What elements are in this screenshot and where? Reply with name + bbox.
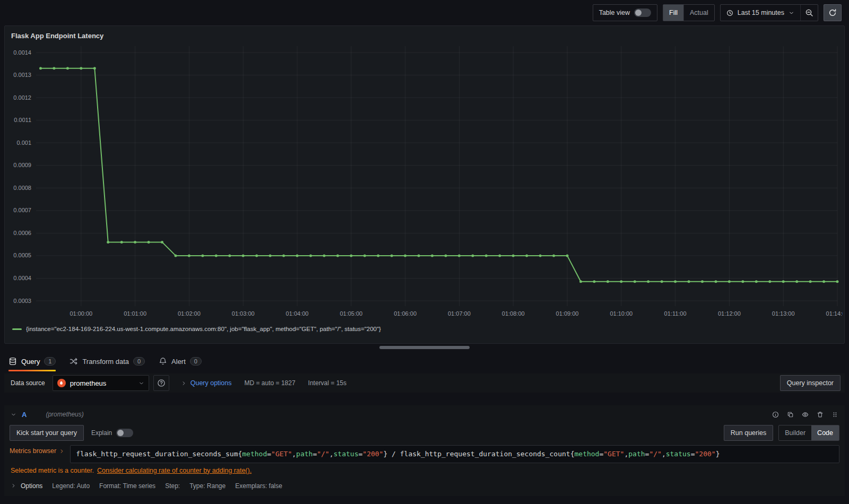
fill-actual-group: Fill Actual bbox=[663, 4, 715, 21]
datasource-help-button[interactable] bbox=[153, 375, 169, 391]
editor-tabs: Query 1 Transform data 0 Alert 0 bbox=[0, 351, 849, 371]
tab-query[interactable]: Query 1 bbox=[8, 351, 56, 371]
collapse-chevron-icon[interactable] bbox=[11, 412, 16, 418]
expression-row: Metrics browser flask_http_request_durat… bbox=[4, 444, 845, 463]
query-ref-id[interactable]: A bbox=[22, 411, 27, 419]
drag-handle-icon[interactable] bbox=[831, 411, 838, 418]
panel-title: Flask App Endpoint Latency bbox=[5, 26, 844, 43]
option-legend: Legend: Auto bbox=[52, 482, 90, 490]
query-card-header: A (prometheus) bbox=[4, 405, 845, 423]
query-editor-card: A (prometheus) Kick start your query Exp… bbox=[4, 405, 845, 496]
explain-label: Explain bbox=[91, 429, 112, 437]
zoom-out-button[interactable] bbox=[800, 5, 818, 21]
legend-series-swatch[interactable] bbox=[12, 328, 22, 330]
refresh-icon bbox=[828, 8, 837, 17]
chevron-right-icon bbox=[59, 448, 65, 454]
promql-expression[interactable]: flask_http_request_duration_seconds_sum{… bbox=[70, 445, 839, 463]
svg-text:0.0005: 0.0005 bbox=[13, 252, 31, 258]
counter-warning-row: Selected metric is a counter. Consider c… bbox=[4, 463, 845, 475]
svg-text:0.0014: 0.0014 bbox=[13, 49, 31, 56]
scroll-zone bbox=[0, 344, 849, 351]
tab-transform-badge: 0 bbox=[133, 357, 145, 366]
metrics-browser-toggle[interactable]: Metrics browser bbox=[10, 445, 65, 455]
tab-alert[interactable]: Alert 0 bbox=[159, 351, 202, 371]
datasource-select[interactable]: prometheus bbox=[53, 375, 149, 391]
time-controls-group: Last 15 minutes bbox=[720, 4, 818, 21]
tab-alert-label: Alert bbox=[171, 358, 186, 366]
svg-text:0.0006: 0.0006 bbox=[13, 230, 31, 236]
svg-text:0.0012: 0.0012 bbox=[13, 94, 31, 101]
query-datasource-hint: (prometheus) bbox=[46, 411, 83, 418]
builder-code-switch: Builder Code bbox=[778, 425, 839, 441]
search-minus-icon bbox=[805, 8, 813, 17]
toggle-knob bbox=[635, 10, 642, 16]
metrics-browser-label: Metrics browser bbox=[10, 447, 56, 455]
tab-alert-badge: 0 bbox=[190, 357, 202, 366]
option-exemplars: Exemplars: false bbox=[235, 482, 282, 490]
latency-chart[interactable]: 0.00030.00040.00050.00060.00070.00080.00… bbox=[6, 43, 843, 324]
options-toggle[interactable]: Options bbox=[11, 482, 42, 490]
svg-text:01:08:00: 01:08:00 bbox=[502, 310, 525, 317]
option-type: Type: Range bbox=[189, 482, 226, 490]
svg-text:01:07:00: 01:07:00 bbox=[448, 310, 471, 317]
query-header-actions bbox=[772, 411, 838, 418]
query-options-summary-row: Options Legend: Auto Format: Time series… bbox=[4, 475, 845, 492]
tab-transform-data[interactable]: Transform data 0 bbox=[70, 351, 145, 371]
svg-text:0.0009: 0.0009 bbox=[13, 162, 31, 168]
counter-warning-text: Selected metric is a counter. bbox=[11, 467, 94, 474]
query-options-toggle[interactable]: Query options bbox=[181, 379, 232, 387]
svg-text:01:13:00: 01:13:00 bbox=[772, 310, 795, 317]
run-queries-button[interactable]: Run queries bbox=[724, 425, 773, 441]
svg-text:01:12:00: 01:12:00 bbox=[718, 310, 741, 317]
legend-series-label[interactable]: {instance="ec2-184-169-216-224.us-west-1… bbox=[26, 326, 381, 332]
prometheus-icon bbox=[57, 379, 66, 387]
svg-text:0.0003: 0.0003 bbox=[13, 298, 31, 304]
rate-suggestion-link[interactable]: Consider calculating rate of counter by … bbox=[97, 467, 252, 474]
query-inspector-button[interactable]: Query inspector bbox=[780, 375, 841, 391]
actual-button[interactable]: Actual bbox=[683, 5, 714, 21]
time-range-picker[interactable]: Last 15 minutes bbox=[721, 5, 800, 21]
latency-panel: Flask App Endpoint Latency 0.00030.00040… bbox=[4, 25, 845, 344]
code-mode-button[interactable]: Code bbox=[811, 425, 839, 440]
bell-icon bbox=[159, 357, 167, 366]
svg-text:0.0004: 0.0004 bbox=[13, 275, 31, 281]
panel-editor-toolbar: Table view Fill Actual Last 15 minutes bbox=[0, 0, 849, 25]
fill-button[interactable]: Fill bbox=[663, 5, 683, 21]
kick-start-query-button[interactable]: Kick start your query bbox=[10, 425, 84, 441]
refresh-button[interactable] bbox=[824, 4, 842, 21]
table-view-label: Table view bbox=[599, 9, 630, 16]
chevron-right-icon bbox=[181, 380, 187, 386]
datasource-selected-value: prometheus bbox=[70, 379, 107, 387]
time-range-label: Last 15 minutes bbox=[738, 9, 784, 16]
svg-text:01:05:00: 01:05:00 bbox=[340, 310, 362, 317]
option-step: Step: bbox=[165, 482, 180, 490]
builder-mode-button[interactable]: Builder bbox=[779, 425, 811, 440]
query-toolbar-row: Kick start your query Explain Run querie… bbox=[4, 423, 845, 444]
chevron-right-icon bbox=[11, 483, 16, 489]
svg-text:0.0008: 0.0008 bbox=[13, 185, 31, 191]
duplicate-query-icon[interactable] bbox=[787, 411, 794, 418]
delete-query-icon[interactable] bbox=[817, 411, 824, 418]
tab-query-label: Query bbox=[21, 358, 40, 366]
svg-text:01:11:00: 01:11:00 bbox=[664, 310, 687, 317]
info-circle-icon[interactable] bbox=[772, 411, 779, 418]
query-right-tools: Run queries Builder Code bbox=[724, 425, 839, 441]
table-view-toggle[interactable] bbox=[634, 8, 651, 17]
horizontal-scrollbar[interactable] bbox=[379, 346, 470, 349]
svg-text:01:06:00: 01:06:00 bbox=[394, 310, 417, 317]
svg-text:01:14:00: 01:14:00 bbox=[826, 310, 843, 317]
chart-legend: {instance="ec2-184-169-216-224.us-west-1… bbox=[5, 324, 844, 332]
option-format: Format: Time series bbox=[99, 482, 155, 490]
svg-text:01:02:00: 01:02:00 bbox=[178, 310, 201, 317]
query-options-label: Query options bbox=[190, 379, 232, 387]
explain-toggle[interactable] bbox=[116, 429, 133, 437]
svg-text:01:01:00: 01:01:00 bbox=[124, 310, 146, 317]
tab-query-badge: 1 bbox=[44, 357, 56, 366]
table-view-control: Table view bbox=[593, 5, 657, 21]
flame-icon bbox=[58, 380, 64, 386]
svg-text:01:04:00: 01:04:00 bbox=[286, 310, 309, 317]
interval-text: Interval = 15s bbox=[308, 379, 346, 387]
chevron-down-icon bbox=[789, 10, 794, 16]
toggle-visibility-icon[interactable] bbox=[802, 411, 809, 418]
svg-text:01:09:00: 01:09:00 bbox=[556, 310, 579, 317]
